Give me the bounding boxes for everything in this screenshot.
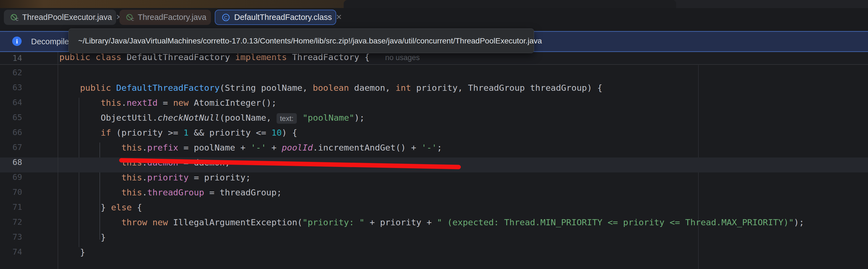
gutter-separator xyxy=(58,52,58,269)
code-token: " (expected: Thread.MIN_PRIORITY <= prio… xyxy=(437,217,794,227)
code-line[interactable]: 67 this.prefix = poolName + '-' + poolId… xyxy=(0,142,868,158)
code-token: ThreadFactory { xyxy=(292,52,370,62)
gutter-line-number[interactable]: 63 xyxy=(0,83,22,98)
code-token: throw xyxy=(59,217,147,227)
code-token: = threadGroup; xyxy=(204,188,282,197)
code-token: '-' xyxy=(251,142,266,153)
code-token: (priority >= xyxy=(111,128,183,138)
code-text: } else { xyxy=(59,202,142,217)
usages-hint: no usages xyxy=(385,54,420,62)
file-path-tooltip: ~/Library/Java/JavaVirtualMachines/corre… xyxy=(68,29,534,53)
code-token xyxy=(298,113,303,123)
tab-threadfactory-java[interactable]: C ThreadFactory.java xyxy=(119,10,211,25)
code-token: int xyxy=(396,83,411,93)
sticky-code: public class DefaultThreadFactory implem… xyxy=(59,52,420,64)
code-line[interactable]: 69 this.priority = priority; xyxy=(0,172,868,188)
code-token: implements xyxy=(235,52,292,62)
code-line[interactable]: 64 this.nextId = new AtomicInteger(); xyxy=(0,98,868,113)
code-text: this.nextId = new AtomicInteger(); xyxy=(59,98,277,113)
clipped-code-fragment: } xyxy=(59,65,143,69)
tab-defaultthreadfactory-class[interactable]: C DefaultThreadFactory.class ✕ xyxy=(215,10,336,25)
compiled-class-icon: C xyxy=(221,13,230,22)
info-icon: i xyxy=(12,37,22,46)
code-token: ) { xyxy=(282,128,298,138)
code-token: "priority: " xyxy=(302,217,365,227)
gutter-line-number[interactable]: 66 xyxy=(0,128,22,142)
code-token: public class xyxy=(59,52,127,62)
code-token: . xyxy=(142,172,148,182)
code-token: = xyxy=(158,98,173,108)
tab-label: DefaultThreadFactory.class xyxy=(234,13,332,22)
code-token: { xyxy=(132,202,142,212)
code-token: this xyxy=(59,98,121,108)
ide-window: C ThreadPoolExecutor.java ✕ C ThreadFact… xyxy=(0,0,868,269)
code-token: (String poolName, xyxy=(220,83,313,93)
code-line[interactable]: 63 public DefaultThreadFactory(String po… xyxy=(0,83,868,98)
code-token: if xyxy=(59,128,111,138)
code-token: DefaultThreadFactory xyxy=(127,52,235,62)
gutter-line-number[interactable]: 14 xyxy=(0,52,22,67)
java-class-icon: C xyxy=(126,13,134,22)
svg-text:C: C xyxy=(224,15,227,21)
code-text: this.threadGroup = threadGroup; xyxy=(59,188,282,202)
code-token: poolId xyxy=(282,142,313,153)
svg-text:C: C xyxy=(131,17,134,22)
code-token: (poolName, xyxy=(220,113,277,123)
code-token: + xyxy=(266,142,282,153)
gutter-line-number[interactable]: 68 xyxy=(0,158,22,172)
code-line[interactable]: 70 this.threadGroup = threadGroup; xyxy=(0,188,868,202)
code-token: .incrementAndGet() + xyxy=(313,142,422,153)
code-line[interactable]: 72 throw new IllegalArgumentException("p… xyxy=(0,217,868,232)
code-text: } xyxy=(59,247,85,262)
code-token: + priority + xyxy=(365,217,437,227)
gutter-line-number[interactable]: 65 xyxy=(0,113,22,128)
code-token: ObjectUtil. xyxy=(59,113,158,123)
gutter-line-number[interactable]: 71 xyxy=(0,202,22,217)
gutter-line-number[interactable]: 64 xyxy=(0,98,22,113)
code-token: priority xyxy=(147,172,188,182)
code-line[interactable]: 66 if (priority >= 1 && priority <= 10) … xyxy=(0,128,868,142)
code-token: "poolName" xyxy=(303,113,354,123)
code-token: this xyxy=(59,142,142,153)
code-token: DefaultThreadFactory xyxy=(116,83,219,93)
code-token: this xyxy=(59,172,142,182)
code-token: 1 xyxy=(183,128,189,138)
code-text: if (priority >= 1 && priority <= 10) { xyxy=(59,128,298,142)
code-token: threadGroup xyxy=(147,188,204,197)
desktop-background-strip xyxy=(0,0,868,8)
gutter-line-number[interactable]: 73 xyxy=(0,232,22,247)
code-line[interactable]: 71 } else { xyxy=(0,202,868,217)
code-text: this.prefix = poolName + '-' + poolId.in… xyxy=(59,142,442,158)
tab-label: ThreadFactory.java xyxy=(138,13,207,22)
code-token: priority, ThreadGroup threadGroup) { xyxy=(411,83,602,93)
code-text: public DefaultThreadFactory(String poolN… xyxy=(59,83,602,98)
close-icon[interactable]: ✕ xyxy=(336,13,342,21)
code-token: = poolName + xyxy=(178,142,251,153)
gutter-line-number[interactable]: 62 xyxy=(0,68,22,83)
code-text: this.priority = priority; xyxy=(59,172,251,188)
code-text: throw new IllegalArgumentException("prio… xyxy=(59,217,804,232)
code-token: boolean xyxy=(313,83,349,93)
gutter-line-number[interactable]: 72 xyxy=(0,217,22,232)
code-line[interactable]: 65 ObjectUtil.checkNotNull(poolName, tex… xyxy=(0,113,868,128)
code-token: } xyxy=(59,232,106,242)
code-line[interactable]: 74 } xyxy=(0,247,868,262)
tooltip-text: ~/Library/Java/JavaVirtualMachines/corre… xyxy=(78,37,542,45)
editor-tab-bar: C ThreadPoolExecutor.java ✕ C ThreadFact… xyxy=(0,8,868,31)
gutter-line-number[interactable]: 74 xyxy=(0,247,22,262)
java-class-icon: C xyxy=(10,13,18,22)
code-line[interactable]: 73 } xyxy=(0,232,868,247)
code-token: ); xyxy=(354,113,365,123)
code-token: . xyxy=(142,188,148,197)
gutter-line-number[interactable]: 67 xyxy=(0,142,22,158)
code-line[interactable]: 62 xyxy=(0,68,868,83)
gutter-line-number[interactable]: 69 xyxy=(0,172,22,188)
tab-threadpoolexecutor-java[interactable]: C ThreadPoolExecutor.java ✕ xyxy=(4,10,116,25)
sticky-header-line[interactable]: 14 public class DefaultThreadFactory imp… xyxy=(0,52,868,65)
code-token: this xyxy=(59,188,142,197)
gutter-line-number[interactable]: 70 xyxy=(0,188,22,202)
code-token: '-' xyxy=(422,142,437,153)
code-token: public xyxy=(59,83,116,93)
code-token: text: xyxy=(277,113,297,124)
code-token: } xyxy=(59,202,111,212)
